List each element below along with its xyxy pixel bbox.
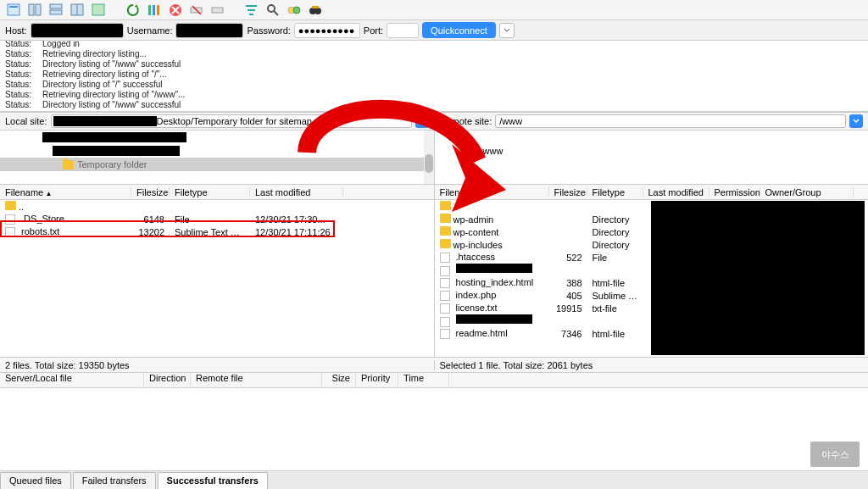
folder-icon [63,160,74,169]
queue-headers[interactable]: Server/Local file Direction Remote file … [0,373,868,388]
file-lists: Filename Filesize Filetype Last modified… [0,185,868,358]
qcol-size[interactable]: Size [322,373,356,387]
qcol-time[interactable]: Time [398,373,449,387]
status-log: Status:Insecure server, it does not supp… [0,41,868,112]
svg-rect-17 [212,8,223,13]
connection-bar: Host: Username: Password: Port: Quickcon… [0,20,868,41]
remote-tree[interactable]: www [434,131,869,184]
col-filesize[interactable]: Filesize [131,187,170,197]
local-site-label: Local site: [5,116,47,126]
username-label: Username: [127,25,173,36]
svg-rect-9 [148,5,151,15]
svg-rect-5 [50,10,62,14]
toolbar [0,0,868,20]
col-filesize[interactable]: Filesize [549,187,587,197]
refresh-icon[interactable] [125,3,141,18]
host-label: Host: [5,25,27,36]
col-filetype[interactable]: Filetype [170,187,250,197]
qcol-direction[interactable]: Direction [144,373,191,387]
svg-rect-10 [153,5,155,15]
disconnect-icon[interactable] [189,3,204,18]
svg-rect-8 [92,4,104,15]
password-input[interactable] [294,23,360,38]
queue-body [0,388,868,459]
remote-site-label: Remote site: [440,116,492,126]
svg-point-24 [293,7,300,14]
svg-rect-4 [50,4,62,8]
filter-icon[interactable] [244,3,259,18]
folder-icon [469,147,480,156]
svg-rect-27 [312,6,319,8]
qcol-priority[interactable]: Priority [356,373,398,387]
local-tree[interactable]: Temporary folder [0,131,434,184]
svg-rect-1 [9,6,18,8]
file-row[interactable]: .DS_Store 6148 File 12/30/21 17:30... [0,213,434,225]
tree-item-selected[interactable]: Temporary folder [0,158,434,171]
svg-rect-3 [36,4,41,15]
local-file-headers[interactable]: Filename Filesize Filetype Last modified [0,185,434,200]
redacted-block [651,201,865,355]
binoculars-icon[interactable] [308,3,323,18]
svg-rect-0 [8,4,19,15]
toggle-panel4-icon[interactable] [92,3,107,18]
cancel-icon[interactable] [168,3,183,18]
col-owner[interactable]: Owner/Group [760,187,854,197]
local-file-list[interactable]: Filename Filesize Filetype Last modified… [0,185,434,357]
qcol-localfile[interactable]: Server/Local file [0,373,144,387]
search-icon[interactable] [265,3,281,18]
port-label: Port: [364,25,383,36]
tab-successful-transfers[interactable]: Successful transfers [158,472,268,489]
reconnect-icon[interactable] [210,3,225,18]
col-lastmod[interactable]: Last modified [643,187,709,197]
remote-file-headers[interactable]: Filename Filesize Filetype Last modified… [435,185,869,200]
qcol-remotefile[interactable]: Remote file [191,373,322,387]
remote-file-list[interactable]: Filename Filesize Filetype Last modified… [434,185,869,357]
sitemanager-icon[interactable] [7,3,22,18]
tab-failed-transfers[interactable]: Failed transfers [73,472,156,489]
local-path-dropdown[interactable] [415,114,429,128]
remote-tree-item[interactable]: www [435,144,869,158]
local-tree-scrollbar[interactable] [424,131,434,184]
col-filename[interactable]: Filename [435,187,549,197]
port-input[interactable] [387,23,419,38]
col-filename[interactable]: Filename [0,187,131,197]
username-input[interactable] [175,23,243,38]
watermark: 야수스 [810,442,860,467]
svg-line-22 [274,11,278,15]
local-site-path[interactable]: Desktop/Temporary folder for sitemap upl… [51,114,412,128]
svg-point-26 [314,8,321,14]
bottom-tabs: Queued filesFailed transfersSuccessful t… [0,470,868,489]
svg-rect-20 [249,14,253,15]
col-lastmod[interactable]: Last modified [250,187,343,197]
toggle-panel-icon[interactable] [28,3,43,18]
file-row[interactable]: .. [0,200,434,213]
remote-path-dropdown[interactable] [849,114,863,128]
toggle-panel2-icon[interactable] [49,3,64,18]
queue-process-icon[interactable] [147,3,162,18]
col-permissions[interactable]: Permissions [709,187,760,197]
svg-point-21 [268,5,275,12]
svg-rect-18 [246,5,257,7]
svg-rect-11 [157,5,159,15]
remote-status: Selected 1 file. Total size: 2061 bytes [434,360,869,370]
compare-icon[interactable] [287,3,302,18]
col-filetype[interactable]: Filetype [587,187,643,197]
password-label: Password: [247,25,290,36]
quickconnect-button[interactable]: Quickconnect [422,22,496,38]
toggle-panel3-icon[interactable] [70,3,86,18]
svg-rect-2 [29,4,34,15]
svg-rect-19 [248,9,255,11]
local-status: 2 files. Total size: 19350 bytes [0,360,434,370]
host-input[interactable] [31,23,124,38]
tree-panes: Temporary folder www [0,131,868,185]
file-status-bar: 2 files. Total size: 19350 bytes Selecte… [0,358,868,373]
tab-queued-files[interactable]: Queued files [0,472,71,489]
quickconnect-dropdown[interactable] [499,23,515,38]
remote-site-path[interactable] [495,114,846,128]
site-bar: Local site: Desktop/Temporary folder for… [0,112,868,131]
file-row[interactable]: robots.txt 13202 Sublime Text Do... 12/3… [0,225,434,238]
